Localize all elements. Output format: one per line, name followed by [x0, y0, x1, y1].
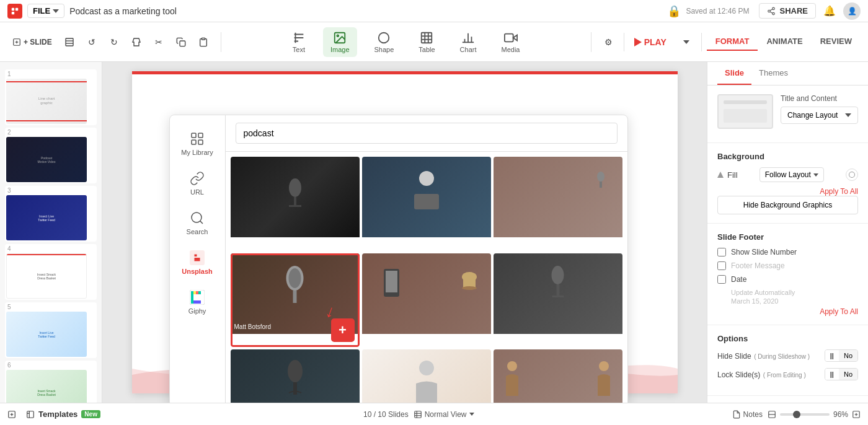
settings-icon[interactable]: ⚙ [599, 32, 619, 52]
image-cell-3[interactable] [494, 157, 622, 251]
slide-thumb-4[interactable]: 4 Insect SmackDress Basket [5, 244, 97, 300]
image-cell-2[interactable] [362, 157, 491, 251]
top-bar: FILE Podcast as a marketing tool 🔒 Saved… [0, 0, 868, 22]
background-apply-all[interactable]: Apply To All [717, 187, 858, 196]
svg-rect-45 [294, 197, 296, 206]
save-status: Saved at 12:46 PM [686, 7, 749, 15]
slide-thumb-5[interactable]: 5 Insert LiveTwitter Feed [5, 302, 97, 358]
svg-rect-15 [202, 38, 205, 40]
tool-shape[interactable]: Shape [367, 27, 402, 57]
date-checkbox[interactable] [717, 275, 726, 284]
sidebar-item-library[interactable]: My Library [170, 125, 225, 162]
slide-count: 10 / 10 Slides [363, 410, 409, 419]
tab-review[interactable]: REVIEW [812, 33, 861, 51]
notifications-icon[interactable]: 🔔 [821, 2, 838, 20]
hide-slide-toggle-no[interactable]: No [839, 350, 857, 361]
toolbar: + SLIDE ↺ ↻ ✂ Text Image Shap [0, 22, 868, 62]
tool-table[interactable]: Table [411, 27, 442, 57]
giphy-label: Giphy [188, 307, 206, 315]
tool-chart[interactable]: Chart [453, 27, 484, 57]
image-cell-6[interactable] [494, 253, 622, 348]
lock-slide-row: Lock Slide(s) ( From Editing ) || No [717, 368, 858, 380]
show-slide-number-checkbox[interactable] [717, 248, 726, 256]
file-menu-button[interactable]: FILE [27, 4, 64, 18]
svg-point-49 [597, 172, 604, 182]
copy-button[interactable] [171, 32, 191, 52]
tab-slide[interactable]: Slide [717, 62, 751, 85]
image-cell-5[interactable] [362, 253, 491, 348]
notes-button[interactable]: Notes [732, 410, 763, 419]
undo-button[interactable]: ↺ [82, 32, 102, 52]
lock-slide-toggle-bar[interactable]: || [825, 369, 839, 380]
add-slide-toolbar-button[interactable]: + SLIDE [7, 35, 57, 49]
image-add-button[interactable]: + [331, 318, 355, 342]
tool-text[interactable]: Text [285, 27, 313, 57]
fill-dropdown[interactable]: Follow Layout [760, 167, 824, 182]
options-section: Options Hide Slide ( During Slideshow ) … [707, 325, 868, 396]
slide-thumb-3[interactable]: 3 Insect LiveTwitter Feed [5, 186, 97, 242]
fill-color-reset[interactable] [846, 169, 858, 181]
image-search-overlay: My Library URL Search Unsplash [169, 115, 628, 403]
canvas-area: My Library URL Search Unsplash [102, 62, 707, 403]
right-panel: Slide Themes Title and Content Change La… [707, 62, 868, 403]
layout-icon[interactable] [60, 32, 79, 52]
slide-thumb-6[interactable]: 6 Insert SmackDress Basket [5, 361, 97, 403]
image-cell-4[interactable]: Matt Botsford ↓ + [231, 253, 360, 348]
tool-media[interactable]: Media [494, 27, 528, 57]
hide-slide-toggle-bar[interactable]: || [825, 350, 839, 361]
svg-point-65 [507, 361, 517, 371]
footer-message-label: Footer Message [731, 261, 785, 270]
view-mode-button[interactable]: Normal View [414, 410, 474, 419]
format-painter-button[interactable] [126, 32, 146, 52]
date-label: Date [731, 275, 746, 284]
sidebar-item-search[interactable]: Search [170, 204, 225, 242]
tool-media-label: Media [502, 46, 520, 53]
svg-marker-30 [634, 38, 642, 46]
zoom-level: 96% [833, 410, 848, 419]
lock-slide-toggle-no[interactable]: No [839, 369, 857, 380]
tab-themes[interactable]: Themes [751, 62, 795, 85]
footer-message-checkbox[interactable] [717, 261, 726, 270]
tool-chart-label: Chart [460, 46, 477, 53]
zoom-in-icon [852, 410, 861, 419]
cut-button[interactable]: ✂ [149, 32, 169, 52]
hide-slide-label: Hide Slide [717, 352, 751, 361]
svg-point-58 [462, 286, 477, 290]
sidebar-item-url[interactable]: URL [170, 165, 225, 202]
tab-format[interactable]: FORMAT [707, 33, 758, 51]
change-layout-button[interactable]: Change Layout [781, 107, 858, 124]
templates-button[interactable]: Templates New [21, 407, 105, 421]
divider2 [701, 33, 702, 51]
image-cell-7[interactable] [231, 349, 360, 403]
tool-image[interactable]: Image [323, 27, 357, 57]
slide-thumb-1[interactable]: 1 Line chartgraphic [5, 69, 97, 125]
sidebar-item-giphy[interactable]: Giphy [170, 284, 225, 321]
background-title: Background [717, 152, 858, 161]
image-cell-9[interactable] [494, 349, 622, 403]
image-cell-8[interactable] [362, 349, 491, 403]
user-avatar[interactable]: 👤 [843, 2, 861, 20]
tab-animate[interactable]: ANIMATE [758, 33, 811, 51]
svg-rect-1 [16, 7, 18, 10]
svg-rect-74 [414, 411, 421, 418]
background-section: Background Fill Follow Layout Apply To A… [707, 143, 868, 224]
image-cell-1[interactable] [231, 157, 360, 251]
show-slide-number-row: Show Slide Number [717, 248, 858, 256]
play-dropdown[interactable] [676, 32, 696, 52]
add-slide-bottom-button[interactable] [7, 410, 16, 419]
play-button[interactable]: PLAY [629, 33, 671, 51]
sidebar-item-unsplash[interactable]: Unsplash [170, 244, 225, 281]
layout-section: Title and Content Change Layout [707, 85, 868, 143]
svg-marker-28 [513, 35, 516, 40]
fill-row: Fill Follow Layout [717, 167, 858, 182]
svg-point-3 [773, 7, 775, 9]
redo-button[interactable]: ↻ [104, 32, 124, 52]
footer-apply-all[interactable]: Apply To All [717, 307, 858, 316]
paste-button[interactable] [193, 32, 213, 52]
image-search-input[interactable] [236, 123, 618, 144]
share-button[interactable]: SHARE [759, 3, 816, 19]
logo-button[interactable] [7, 4, 22, 19]
slide-thumb-2[interactable]: 2 PodcastMotion Video [5, 128, 97, 183]
hide-background-button[interactable]: Hide Background Graphics [717, 196, 858, 214]
zoom-slider[interactable] [780, 413, 830, 416]
